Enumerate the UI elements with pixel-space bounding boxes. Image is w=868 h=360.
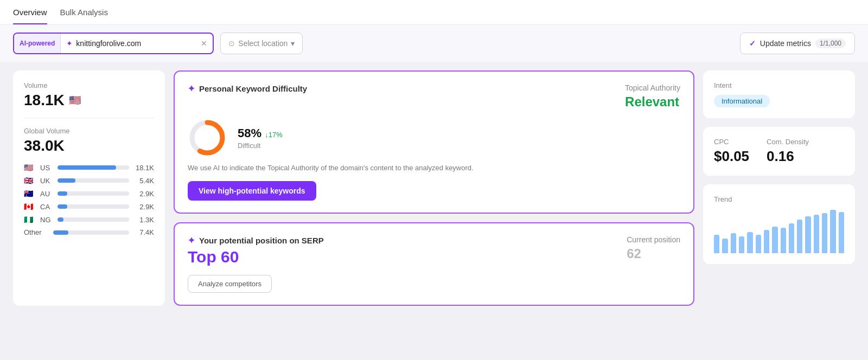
location-icon: ⊙ [228, 39, 235, 48]
country-flag: 🇳🇬 [24, 215, 36, 224]
trend-bar [722, 239, 727, 253]
serp-position: Top 60 [188, 248, 324, 266]
trend-bar [739, 236, 744, 253]
right-column: Intent Informational CPC $0.05 Com. Dens… [703, 70, 855, 306]
bar-track [58, 191, 129, 196]
country-value: 1.3K [133, 216, 154, 224]
donut-chart [188, 118, 227, 157]
ai-badge: AI-powered [14, 34, 61, 53]
spark-icon: ✦ [61, 39, 76, 48]
trend-card: Trend [703, 184, 855, 264]
trend-bar [805, 216, 810, 253]
chevron-down-icon: ▾ [291, 39, 295, 48]
country-value: 2.9K [133, 190, 154, 198]
pkd-title: ✦ Personal Keyword Difficulty [188, 83, 307, 94]
ta-group: Topical Authority Relevant [625, 83, 680, 110]
us-flag: 🇺🇸 [69, 94, 81, 106]
toolbar: AI-powered ✦ ✕ ⊙ Select location ▾ ✓ Upd… [0, 25, 868, 62]
bar-fill [58, 191, 67, 196]
tab-bulk-analysis[interactable]: Bulk Analysis [60, 8, 108, 24]
search-wrapper: AI-powered ✦ ✕ [13, 33, 214, 54]
divider [24, 118, 154, 118]
other-label: Other [24, 228, 49, 236]
country-flag: 🇨🇦 [24, 202, 36, 211]
trend-bar [839, 212, 844, 253]
center-column: ✦ Personal Keyword Difficulty Topical Au… [174, 70, 694, 306]
update-metrics-button[interactable]: ✓ Update metrics 1/1,000 [740, 33, 855, 54]
global-volume-label: Global Volume [24, 127, 154, 135]
bar-fill [58, 165, 116, 170]
cpc-value: $0.05 [714, 148, 749, 165]
country-flag: 🇺🇸 [24, 163, 36, 172]
clear-icon[interactable]: ✕ [195, 39, 213, 48]
volume-card: Volume 18.1K 🇺🇸 Global Volume 38.0K 🇺🇸 U… [13, 70, 165, 306]
pct-value: 58% [238, 126, 261, 140]
trend-bar [797, 220, 802, 253]
global-volume-value: 38.0K [24, 137, 154, 155]
pkd-title-group: ✦ Personal Keyword Difficulty [188, 83, 307, 94]
pkd-description: We use AI to indicate the Topical Author… [188, 163, 680, 173]
view-keywords-button[interactable]: View high-potential keywords [188, 181, 316, 201]
country-code: UK [40, 177, 53, 185]
list-item: 🇨🇦 CA 2.9K [24, 202, 154, 211]
trend-bar [764, 230, 769, 253]
country-code: CA [40, 203, 53, 211]
cpc-label: CPC [714, 138, 749, 146]
bar-fill [58, 178, 75, 183]
country-value: 5.4K [133, 177, 154, 185]
ta-label: Topical Authority [625, 83, 680, 92]
intent-badge: Informational [714, 95, 770, 107]
country-code: NG [40, 216, 53, 224]
country-flag: 🇬🇧 [24, 176, 36, 185]
serp-card: ✦ Your potential position on SERP Top 60… [174, 222, 694, 306]
top-nav: Overview Bulk Analysis [0, 0, 868, 25]
trend-bars [714, 210, 844, 253]
bar-track [58, 165, 129, 170]
pkd-stats: 58% ↓17% Difficult [238, 126, 283, 150]
trend-bar [747, 232, 752, 253]
serp-title: ✦ Your potential position on SERP [188, 235, 324, 246]
density-label: Com. Density [767, 138, 809, 146]
list-item: 🇺🇸 US 18.1K [24, 163, 154, 172]
volume-value: 18.1K 🇺🇸 [24, 92, 154, 109]
analyze-competitors-button[interactable]: Analyze competitors [188, 275, 272, 293]
intent-label: Intent [714, 81, 844, 89]
spark-icon: ✦ [188, 235, 195, 246]
search-input[interactable] [76, 39, 195, 48]
current-position-value: 62 [627, 246, 680, 261]
trend-bar [789, 223, 794, 253]
ta-value: Relevant [625, 94, 680, 110]
trend-bar [830, 210, 835, 253]
current-position-label: Current position [627, 235, 680, 244]
list-item: 🇦🇺 AU 2.9K [24, 189, 154, 198]
country-flag: 🇦🇺 [24, 189, 36, 198]
other-value: 7.4K [133, 228, 154, 236]
check-icon: ✓ [749, 39, 756, 48]
bar-track [58, 178, 129, 183]
country-code: AU [40, 190, 53, 198]
volume-label: Volume [24, 81, 154, 89]
bar-track [58, 204, 129, 209]
trend-bar [731, 233, 736, 253]
cpc-group: CPC $0.05 [714, 138, 749, 165]
pct-arrow: ↓17% [265, 131, 283, 139]
location-button[interactable]: ⊙ Select location ▾ [220, 33, 303, 54]
other-bar-track [53, 230, 129, 235]
difficulty-label: Difficult [238, 142, 283, 150]
trend-bar [814, 215, 819, 253]
current-position-group: Current position 62 [627, 235, 680, 261]
intent-card: Intent Informational [703, 70, 855, 118]
serp-left: ✦ Your potential position on SERP Top 60 [188, 235, 324, 266]
other-row: Other 7.4K [24, 228, 154, 236]
trend-bar [714, 235, 719, 253]
cpc-row: CPC $0.05 Com. Density 0.16 [714, 138, 844, 165]
usage-counter: 1/1,000 [815, 38, 846, 48]
bar-track [58, 217, 129, 222]
tab-overview[interactable]: Overview [13, 8, 47, 24]
update-label: Update metrics [760, 39, 811, 48]
country-value: 18.1K [133, 164, 154, 172]
density-group: Com. Density 0.16 [767, 138, 809, 165]
main-content: Volume 18.1K 🇺🇸 Global Volume 38.0K 🇺🇸 U… [0, 62, 868, 314]
bar-fill [58, 217, 63, 222]
pkd-body: 58% ↓17% Difficult [188, 118, 680, 157]
